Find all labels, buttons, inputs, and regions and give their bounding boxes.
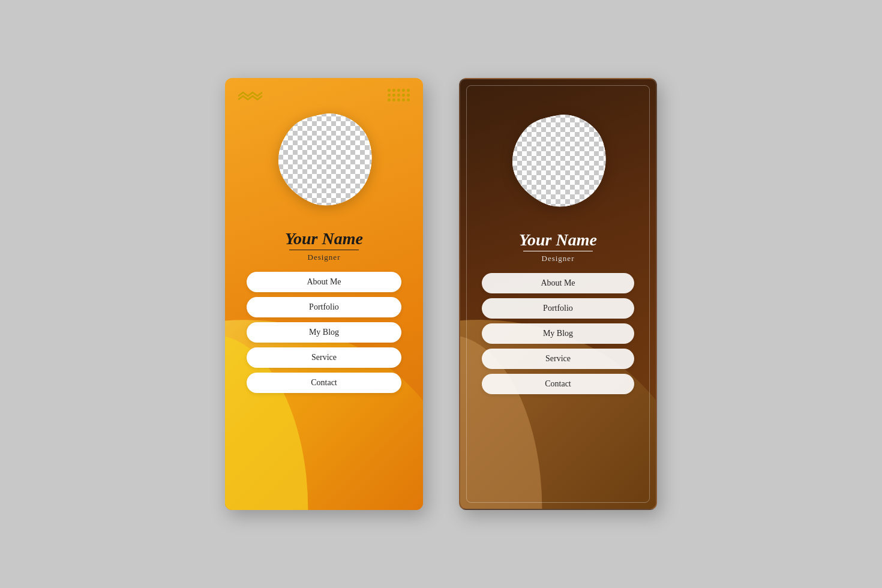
- zigzag-decoration: [238, 91, 262, 103]
- name-underline-brown: [523, 251, 593, 251]
- designer-text-brown: Designer: [519, 254, 597, 263]
- name-section-orange: Your Name Designer: [285, 229, 363, 262]
- name-text-orange: Your Name: [285, 229, 363, 248]
- btn-portfolio-brown[interactable]: Portfolio: [482, 298, 634, 319]
- btn-service-brown[interactable]: Service: [482, 349, 634, 369]
- card-orange: Your Name Designer About Me Portfolio My…: [225, 78, 423, 510]
- dots-decoration: [388, 89, 410, 101]
- btn-contact-brown[interactable]: Contact: [482, 374, 634, 394]
- photo-placeholder-orange: [264, 102, 384, 222]
- btn-contact-orange[interactable]: Contact: [247, 373, 401, 393]
- name-section-brown: Your Name Designer: [519, 230, 597, 263]
- designer-text-orange: Designer: [285, 253, 363, 262]
- name-underline-orange: [289, 250, 359, 250]
- btn-about-me-orange[interactable]: About Me: [247, 272, 401, 292]
- btn-about-me-brown[interactable]: About Me: [482, 273, 634, 293]
- svg-rect-4: [264, 102, 384, 222]
- btn-my-blog-orange[interactable]: My Blog: [247, 322, 401, 343]
- name-text-brown: Your Name: [519, 230, 597, 250]
- menu-list-orange: About Me Portfolio My Blog Service Conta…: [247, 272, 401, 393]
- btn-my-blog-brown[interactable]: My Blog: [482, 323, 634, 344]
- svg-rect-9: [498, 103, 618, 223]
- btn-portfolio-orange[interactable]: Portfolio: [247, 297, 401, 317]
- photo-placeholder-brown: [498, 103, 618, 223]
- card-brown: Your Name Designer About Me Portfolio My…: [459, 78, 657, 510]
- menu-list-brown: About Me Portfolio My Blog Service Conta…: [482, 273, 634, 394]
- btn-service-orange[interactable]: Service: [247, 347, 401, 368]
